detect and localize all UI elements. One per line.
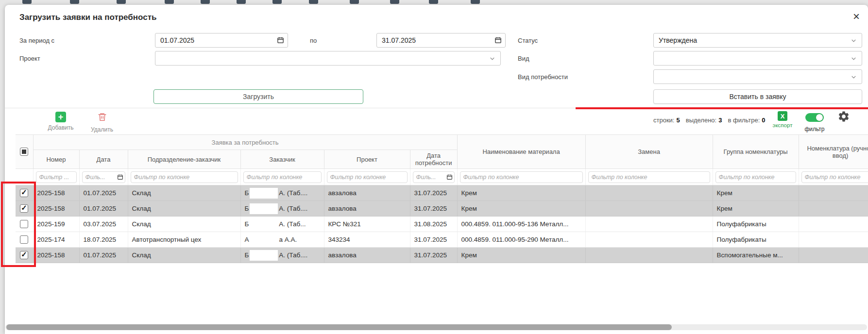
table-row[interactable]: 2025-174 18.07.2025 Автотранспортный цех… — [16, 232, 868, 248]
project-label: Проект — [19, 55, 40, 62]
cell-nomenclature-group: Крем — [713, 185, 799, 201]
filter-input-project[interactable] — [327, 171, 408, 183]
filter-input-manual-nomenclature[interactable] — [801, 171, 868, 183]
selected-count-label: выделено: — [686, 117, 716, 124]
cell-number: 2025-159 — [33, 217, 79, 232]
horizontal-scrollbar-thumb[interactable] — [6, 324, 672, 330]
export-label: экспорт — [769, 122, 796, 128]
toggle-on-icon — [805, 113, 824, 122]
clipped-toolbar-icon — [70, 0, 79, 4]
select-all-checkbox[interactable] — [20, 148, 28, 156]
col-header-department: Подразделение-заказчик — [128, 150, 240, 169]
rows-count-value: 5 — [676, 117, 680, 124]
row-checkbox[interactable] — [20, 204, 28, 213]
clipped-toolbar-icon — [117, 0, 126, 4]
col-header-need-date: Дата потребности — [410, 150, 457, 169]
project-select[interactable] — [155, 51, 501, 66]
clipped-toolbar-icon — [237, 0, 246, 4]
col-header-project: Проект — [324, 150, 410, 169]
cell-material: 000.4859. 011.000-95-290 Металл... — [457, 232, 585, 248]
clipped-toolbar-icon — [390, 0, 399, 4]
delete-button-label: Удалить — [83, 126, 121, 133]
row-checkbox[interactable] — [20, 220, 28, 228]
chevron-down-icon — [851, 37, 857, 44]
close-icon[interactable]: × — [850, 10, 863, 23]
background-toolbar — [0, 0, 868, 5]
table-row[interactable]: 2025-158 01.07.2025 Склад БА. (Таб.... а… — [16, 248, 868, 263]
redaction-box — [250, 188, 278, 199]
cell-customer: БА. (Таб... — [240, 217, 324, 232]
cell-nomenclature-group: Полуфабрикаты — [713, 217, 799, 232]
data-grid: Заявка за потребность Наименование матер… — [16, 134, 868, 263]
col-header-material: Наименование материала — [457, 135, 585, 169]
col-header-nomenclature-group: Группа номенклатуры — [713, 135, 799, 169]
cell-need-date: 31.07.2025 — [410, 201, 457, 217]
status-label: Статус — [518, 37, 538, 44]
status-select[interactable]: Утверждена — [653, 33, 862, 48]
col-header-manual-nomenclature: Номенклатура (ручной ввод) — [799, 135, 868, 169]
filter-input-replacement[interactable] — [588, 171, 710, 183]
filter-input-customer[interactable] — [243, 171, 322, 183]
selected-count-value: 3 — [718, 117, 722, 124]
filter-input-number[interactable] — [36, 171, 77, 183]
table-row[interactable]: 2025-158 01.07.2025 Склад БА. (Таб.... а… — [16, 201, 868, 217]
period-to-input[interactable] — [376, 33, 506, 48]
filter-toggle[interactable]: фильтр — [802, 113, 827, 133]
cell-date: 01.07.2025 — [79, 201, 128, 217]
to-label: по — [310, 37, 317, 44]
export-excel-button[interactable]: X экспорт — [769, 111, 796, 128]
insert-into-request-button[interactable]: Вставить в заявку — [653, 89, 862, 104]
cell-number: 2025-158 — [33, 248, 79, 263]
cell-project: 343234 — [324, 232, 410, 248]
cell-department: Автотранспортный цех — [128, 232, 240, 248]
row-checkbox[interactable] — [20, 189, 28, 197]
cell-manual-nomenclature — [799, 232, 868, 248]
row-checkbox[interactable] — [20, 235, 28, 244]
table-row[interactable]: 2025-159 03.07.2025 Склад БА. (Таб... КР… — [16, 217, 868, 232]
horizontal-scrollbar-track — [5, 324, 867, 330]
redaction-box — [250, 219, 278, 230]
trash-icon — [97, 112, 107, 122]
redaction-box — [250, 250, 278, 261]
period-from-field — [155, 33, 288, 48]
gear-icon — [837, 110, 850, 123]
vid-label: Вид — [518, 55, 529, 62]
rows-count-label: строки: — [653, 117, 674, 124]
vid-select[interactable] — [653, 51, 862, 66]
clipped-toolbar-icon — [22, 0, 32, 4]
cell-replacement — [585, 185, 713, 201]
delete-button[interactable]: Удалить — [83, 112, 121, 133]
need-kind-select[interactable] — [653, 69, 862, 84]
panel-divider — [5, 108, 868, 108]
table-row[interactable]: 2025-158 01.07.2025 Склад БА. (Таб.... а… — [16, 185, 868, 201]
clipped-toolbar-icon — [201, 0, 210, 4]
calendar-icon — [446, 174, 453, 180]
row-checkbox[interactable] — [20, 251, 28, 259]
group-header-request: Заявка за потребность — [33, 135, 457, 150]
cell-nomenclature-group: Крем — [713, 201, 799, 217]
add-button-label: Добавить — [41, 124, 80, 131]
period-from-input[interactable] — [155, 33, 288, 48]
cell-manual-nomenclature — [799, 201, 868, 217]
filter-input-nomenclature-group[interactable] — [715, 171, 796, 183]
settings-button[interactable] — [837, 110, 850, 125]
screen: Загрузить заявки на потребность × За пер… — [0, 0, 868, 334]
cell-customer: БА. (Таб.... — [240, 248, 324, 263]
cell-replacement — [585, 217, 713, 232]
cell-need-date: 31.07.2025 — [410, 185, 457, 201]
redaction-box — [250, 234, 278, 245]
chevron-down-icon — [851, 74, 857, 80]
clipped-toolbar-icon — [350, 0, 359, 4]
load-button[interactable]: Загрузить — [153, 89, 363, 104]
add-button[interactable]: Добавить — [41, 112, 80, 131]
col-header-customer: Заказчик — [240, 150, 324, 169]
chevron-down-icon — [489, 55, 495, 62]
cell-department: Склад — [128, 201, 240, 217]
cell-material: 000.4859. 011.000-95-136 Металл... — [457, 217, 585, 232]
clipped-toolbar-icon — [272, 0, 282, 4]
modal-load-requests: Загрузить заявки на потребность × За пер… — [5, 5, 868, 334]
filter-input-material[interactable] — [460, 171, 583, 183]
filter-input-department[interactable] — [131, 171, 238, 183]
cell-customer: Аа А.А. — [240, 232, 324, 248]
cell-customer: БА. (Таб.... — [240, 185, 324, 201]
